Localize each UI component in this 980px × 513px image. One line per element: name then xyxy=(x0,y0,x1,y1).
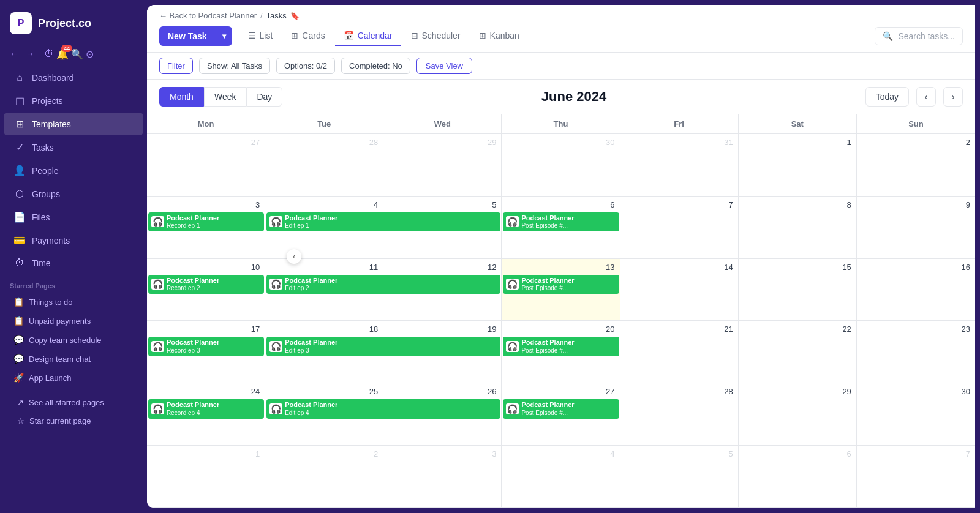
sidebar-item-payments[interactable]: 💳 Payments xyxy=(4,229,143,252)
day-cell-w0-d4[interactable]: 31 xyxy=(620,134,739,196)
event-icon: 🎧 xyxy=(270,216,282,227)
today-button[interactable]: Today xyxy=(865,87,909,107)
day-view-btn[interactable]: Day xyxy=(246,87,282,107)
day-cell-w3-d4[interactable]: 21 xyxy=(620,321,739,383)
sidebar-item-files[interactable]: 📄 Files xyxy=(4,206,143,228)
day-number: 26 xyxy=(386,386,499,397)
day-cell-w3-d5[interactable]: 22 xyxy=(739,321,857,383)
day-cell-w3-d6[interactable]: 23 xyxy=(857,321,975,383)
completed-btn[interactable]: Completed: No xyxy=(341,58,410,74)
event-subtitle: Record ep 4 xyxy=(167,410,219,417)
calendar-event[interactable]: 🎧Podcast PlannerEdit ep 4 xyxy=(266,399,500,418)
day-cell-w5-d1[interactable]: 2 xyxy=(265,446,383,507)
calendar-event[interactable]: 🎧Podcast PlannerPost Episode #... xyxy=(503,275,619,294)
calendar-event[interactable]: 🎧Podcast PlannerRecord ep 3 xyxy=(148,337,264,356)
week-row-0: 272829303112 xyxy=(147,134,975,197)
star-current-page[interactable]: ☆ Star current page xyxy=(7,412,140,430)
event-icon: 🎧 xyxy=(506,403,519,414)
calendar-event[interactable]: 🎧Podcast PlannerEdit ep 3 xyxy=(266,337,500,356)
star-current-label: Star current page xyxy=(29,416,91,425)
starred-design-team-chat[interactable]: 💬 Design team chat xyxy=(4,350,143,368)
unpaid-payments-emoji: 📋 xyxy=(13,316,24,326)
day-cell-w4-d5[interactable]: 29 xyxy=(739,383,857,445)
search-box[interactable]: 🔍 Search tasks... xyxy=(875,27,963,45)
show-all-tasks-btn[interactable]: Show: All Tasks xyxy=(199,58,270,74)
calendar-event[interactable]: 🎧Podcast PlannerEdit ep 2 xyxy=(266,275,500,294)
sidebar-item-templates[interactable]: ⊞ Templates xyxy=(4,113,143,135)
calendar-event[interactable]: 🎧Podcast PlannerRecord ep 4 xyxy=(148,399,264,418)
day-cell-w0-d1[interactable]: 28 xyxy=(265,134,383,196)
week-view-btn[interactable]: Week xyxy=(204,87,247,107)
calendar-event[interactable]: 🎧Podcast PlannerPost Episode #... xyxy=(503,399,619,418)
starred-unpaid-payments[interactable]: 📋 Unpaid payments xyxy=(4,312,143,330)
tab-kanban[interactable]: ⊞ Kanban xyxy=(470,26,528,46)
copy-schedule-emoji: 💬 xyxy=(13,335,24,345)
day-cell-w2-d6[interactable]: 16 xyxy=(857,259,975,321)
day-cell-w2-d5[interactable]: 15 xyxy=(739,259,857,321)
day-cell-w4-d4[interactable]: 28 xyxy=(620,383,739,445)
day-cell-w0-d6[interactable]: 2 xyxy=(857,134,975,196)
day-cell-w0-d0[interactable]: 27 xyxy=(147,134,265,196)
calendar-event[interactable]: 🎧Podcast PlannerRecord ep 1 xyxy=(148,212,264,231)
breadcrumb-current: Tasks xyxy=(266,11,287,20)
day-cell-w4-d6[interactable]: 30 xyxy=(857,383,975,445)
calendar-event[interactable]: 🎧Podcast PlannerPost Episode #... xyxy=(503,212,619,231)
day-cell-w0-d5[interactable]: 1 xyxy=(739,134,857,196)
new-task-button[interactable]: New Task ▾ xyxy=(159,26,232,46)
day-cell-w0-d3[interactable]: 30 xyxy=(502,134,620,196)
starred-things-to-do[interactable]: 📋 Things to do xyxy=(4,293,143,311)
starred-app-launch[interactable]: 🚀 App Launch xyxy=(4,369,143,387)
day-number: 19 xyxy=(386,323,499,335)
new-task-dropdown-arrow[interactable]: ▾ xyxy=(216,27,232,45)
new-task-label[interactable]: New Task xyxy=(159,26,216,46)
day-number: 6 xyxy=(504,199,617,211)
filter-button[interactable]: Filter xyxy=(159,58,193,74)
sidebar-item-projects[interactable]: ◫ Projects xyxy=(4,89,143,112)
sidebar-item-tasks[interactable]: ✓ Tasks xyxy=(4,136,143,159)
save-view-button[interactable]: Save View xyxy=(417,58,472,74)
prev-month-btn[interactable]: ‹ xyxy=(916,87,936,107)
sidebar-item-people[interactable]: 👤 People xyxy=(4,159,143,182)
sidebar-item-time[interactable]: ⏱ Time xyxy=(4,252,143,274)
day-cell-w5-d4[interactable]: 5 xyxy=(620,446,739,507)
see-all-starred[interactable]: ↗ See all starred pages xyxy=(7,394,140,411)
starred-copy-team-schedule[interactable]: 💬 Copy team schedule xyxy=(4,331,143,349)
day-cell-w1-d4[interactable]: 7 xyxy=(620,197,739,258)
logo-area: P Project.co xyxy=(0,7,147,44)
calendar-event[interactable]: 🎧Podcast PlannerPost Episode #... xyxy=(503,337,619,356)
day-cell-w2-d4[interactable]: 14 xyxy=(620,259,739,321)
day-cell-w0-d2[interactable]: 29 xyxy=(383,134,502,196)
tab-calendar[interactable]: 📅 Calendar xyxy=(335,26,401,46)
search-icon[interactable]: 🔍 xyxy=(71,48,83,60)
day-cell-w1-d6[interactable]: 9 xyxy=(857,197,975,258)
calendar-event[interactable]: 🎧Podcast PlannerEdit ep 1 xyxy=(266,212,500,231)
back-btn[interactable]: ← xyxy=(7,47,21,61)
starred-section-label: Starred Pages xyxy=(0,275,147,292)
timer-icon[interactable]: ⏱ xyxy=(44,48,54,59)
header-wed: Wed xyxy=(383,114,502,133)
settings-icon[interactable]: ⊙ xyxy=(86,48,94,60)
calendar-event[interactable]: 🎧Podcast PlannerRecord ep 2 xyxy=(148,275,264,294)
day-cell-w5-d5[interactable]: 6 xyxy=(739,446,857,507)
day-cell-w5-d2[interactable]: 3 xyxy=(383,446,502,507)
day-cell-w5-d0[interactable]: 1 xyxy=(147,446,265,507)
tab-scheduler[interactable]: ⊟ Scheduler xyxy=(402,26,469,46)
next-month-btn[interactable]: › xyxy=(943,87,963,107)
month-view-btn[interactable]: Month xyxy=(159,87,204,107)
search-placeholder: Search tasks... xyxy=(898,31,955,41)
event-subtitle: Edit ep 4 xyxy=(285,410,337,417)
day-cell-w5-d3[interactable]: 4 xyxy=(502,446,620,507)
templates-icon: ⊞ xyxy=(13,118,26,130)
sidebar-item-groups[interactable]: ⬡ Groups xyxy=(4,182,143,205)
options-btn[interactable]: Options: 0/2 xyxy=(276,58,335,74)
day-cell-w1-d5[interactable]: 8 xyxy=(739,197,857,258)
day-cell-w5-d6[interactable]: 7 xyxy=(857,446,975,507)
event-title: Podcast Planner xyxy=(521,214,574,222)
sidebar-item-dashboard[interactable]: ⌂ Dashboard xyxy=(4,67,143,89)
tab-cards[interactable]: ⊞ Cards xyxy=(282,26,333,46)
breadcrumb-back-link[interactable]: ← Back to Podcast Planner xyxy=(159,11,257,20)
collapse-sidebar-btn[interactable]: ‹ xyxy=(287,249,301,264)
forward-btn[interactable]: → xyxy=(23,47,37,61)
tab-list[interactable]: ☰ List xyxy=(239,26,282,46)
event-title: Podcast Planner xyxy=(285,277,337,285)
